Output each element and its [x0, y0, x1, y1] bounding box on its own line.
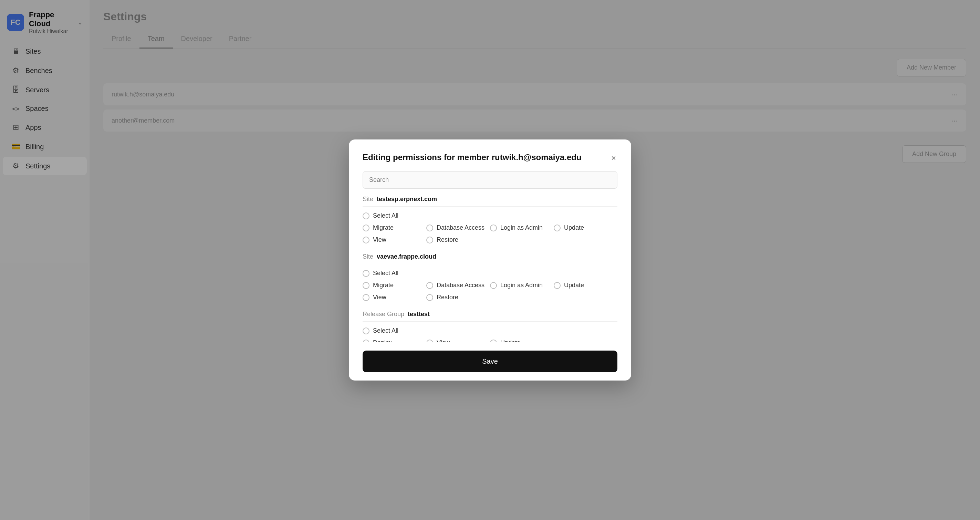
select-all-row-2: Select All	[363, 270, 617, 277]
save-button[interactable]: Save	[363, 351, 617, 372]
search-input[interactable]	[363, 171, 617, 189]
select-all-label-1: Select All	[373, 212, 398, 219]
login-as-admin-radio-1[interactable]	[490, 224, 497, 231]
perm-migrate-1: Migrate	[363, 224, 426, 231]
perm-login-as-admin-2: Login as Admin	[490, 282, 554, 289]
modal-overlay: Editing permissions for member rutwik.h@…	[0, 0, 980, 520]
view-radio-1[interactable]	[363, 237, 369, 243]
modal-title: Editing permissions for member rutwik.h@…	[363, 152, 582, 162]
restore-radio-2[interactable]	[426, 294, 433, 301]
release-group-section: Release Group testtest Select All Deploy…	[363, 311, 617, 342]
update-radio-3[interactable]	[490, 340, 497, 343]
login-as-admin-radio-2[interactable]	[490, 282, 497, 289]
perm-login-as-admin-1: Login as Admin	[490, 224, 554, 231]
select-all-radio-1[interactable]	[363, 213, 369, 219]
permissions-grid-1: Migrate Database Access Login as Admin U…	[363, 224, 617, 243]
view-radio-2[interactable]	[363, 294, 369, 301]
migrate-radio-2[interactable]	[363, 282, 369, 289]
select-all-row-1: Select All	[363, 212, 617, 219]
perm-view-3: View	[426, 339, 490, 342]
perm-update-2: Update	[554, 282, 617, 289]
perm-database-access-2: Database Access	[426, 282, 490, 289]
site-label-1: Site testesp.erpnext.com	[363, 196, 617, 207]
perm-view-1: View	[363, 236, 426, 243]
release-group-label: Release Group testtest	[363, 311, 617, 322]
modal-footer: Save	[349, 342, 631, 380]
view-radio-3[interactable]	[426, 340, 433, 343]
permissions-grid-3: Deploy View Update	[363, 339, 617, 342]
modal-header: Editing permissions for member rutwik.h@…	[349, 140, 631, 171]
database-access-radio-2[interactable]	[426, 282, 433, 289]
site-label-2: Site vaevae.frappe.cloud	[363, 253, 617, 264]
perm-view-2: View	[363, 294, 426, 301]
permissions-grid-2: Migrate Database Access Login as Admin U…	[363, 282, 617, 301]
perm-update-1: Update	[554, 224, 617, 231]
site-section-1: Site testesp.erpnext.com Select All Migr…	[363, 196, 617, 243]
site-section-2: Site vaevae.frappe.cloud Select All Migr…	[363, 253, 617, 301]
permissions-modal: Editing permissions for member rutwik.h@…	[349, 140, 631, 380]
perm-database-access-1: Database Access	[426, 224, 490, 231]
update-radio-2[interactable]	[554, 282, 561, 289]
perm-migrate-2: Migrate	[363, 282, 426, 289]
close-icon[interactable]: ×	[610, 152, 617, 164]
perm-deploy-3: Deploy	[363, 339, 426, 342]
modal-body: Site testesp.erpnext.com Select All Migr…	[349, 196, 631, 342]
select-all-radio-2[interactable]	[363, 270, 369, 277]
restore-radio-1[interactable]	[426, 237, 433, 243]
perm-restore-2: Restore	[426, 294, 490, 301]
deploy-radio-3[interactable]	[363, 340, 369, 343]
perm-restore-1: Restore	[426, 236, 490, 243]
select-all-label-3: Select All	[373, 327, 398, 334]
migrate-radio-1[interactable]	[363, 224, 369, 231]
select-all-row-3: Select All	[363, 327, 617, 334]
update-radio-1[interactable]	[554, 224, 561, 231]
select-all-label-2: Select All	[373, 270, 398, 277]
perm-update-3: Update	[490, 339, 554, 342]
database-access-radio-1[interactable]	[426, 224, 433, 231]
select-all-radio-3[interactable]	[363, 328, 369, 334]
